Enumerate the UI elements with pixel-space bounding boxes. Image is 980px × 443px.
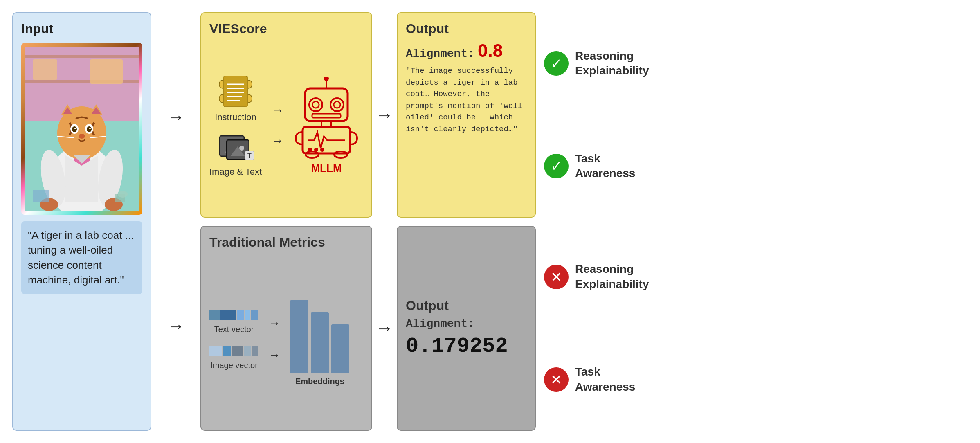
svg-point-46	[239, 146, 244, 151]
main-container: Input	[12, 12, 968, 431]
svg-rect-3	[25, 55, 139, 58]
tiger-image	[21, 43, 142, 215]
svg-rect-29	[33, 190, 49, 202]
features-top: ✓ ReasoningExplainability ✓ TaskAwarenes…	[536, 12, 691, 218]
top-row: VIEScore	[200, 12, 968, 218]
viescore-content: Instruction	[209, 43, 363, 209]
traditional-title: Traditional Metrics	[209, 235, 363, 250]
arrow-to-output-traditional: →	[372, 226, 397, 431]
scroll-icon	[219, 74, 252, 109]
input-panel: Input	[12, 12, 151, 431]
output-traditional-box: Output Alignment: 0.179252	[397, 226, 536, 431]
svg-rect-64	[209, 310, 220, 320]
svg-point-50	[324, 77, 329, 81]
bar-1	[290, 300, 308, 373]
svg-rect-56	[312, 114, 341, 118]
features-bottom: ✕ ReasoningExplainability ✕ TaskAwarenes…	[536, 226, 691, 431]
traditional-box: Traditional Metrics	[200, 226, 372, 431]
svg-point-62	[306, 151, 319, 158]
trad-arrows: → →	[267, 316, 282, 362]
svg-rect-68	[251, 310, 258, 320]
output-viescore-box: Output Alignment: 0.8 "The image success…	[397, 12, 536, 218]
task-awareness-yes: ✓ TaskAwareness	[544, 151, 683, 181]
alignment-row: Alignment: 0.8	[406, 40, 527, 61]
svg-point-52	[309, 98, 322, 111]
image-text-icon-group: T Image & Text	[209, 133, 262, 177]
svg-rect-69	[209, 346, 222, 356]
image-text-label: Image & Text	[209, 166, 262, 177]
task-awareness-label-bottom: TaskAwareness	[575, 364, 635, 394]
x-icon-task: ✕	[544, 367, 569, 392]
arrow-to-output-viescore: →	[372, 12, 397, 218]
align-label-trad: Alignment:	[406, 317, 474, 330]
bar-2	[311, 312, 329, 373]
svg-point-12	[72, 126, 77, 132]
instruction-icon-group: Instruction	[215, 74, 256, 123]
svg-text:T: T	[247, 152, 252, 159]
center-section: VIEScore	[200, 12, 968, 431]
image-text-icon: T	[216, 133, 255, 163]
bars-container	[290, 292, 349, 373]
viescore-inputs: Instruction	[209, 74, 262, 177]
alignment-trad-label: Alignment:	[406, 317, 527, 330]
robot-container: MLLM	[294, 77, 359, 175]
output-viescore-title: Output	[406, 21, 527, 36]
svg-point-14	[74, 128, 76, 129]
bar-3	[331, 324, 349, 373]
svg-rect-6	[33, 59, 57, 80]
main-arrow-col: → →	[160, 12, 192, 431]
text-vector-group: Text vector	[209, 308, 258, 334]
svg-point-31	[118, 191, 128, 198]
image-vector-label: Image vector	[210, 361, 258, 370]
tiger-illustration	[25, 47, 139, 211]
svg-point-53	[312, 101, 319, 108]
svg-rect-72	[244, 346, 251, 356]
svg-point-63	[334, 151, 347, 158]
text-vector-label: Text vector	[214, 325, 254, 334]
arrow-to-mllm-top: →	[272, 103, 284, 117]
instruction-label: Instruction	[215, 112, 256, 123]
check-icon-task: ✓	[544, 154, 569, 178]
text-vector-icon	[209, 308, 258, 322]
svg-rect-65	[220, 310, 236, 320]
svg-point-61	[320, 148, 324, 152]
svg-rect-67	[245, 310, 250, 320]
mllm-robot-icon	[294, 77, 359, 159]
arrow-to-embed-bot: →	[268, 348, 281, 362]
vector-inputs: Text vector Image vector	[209, 308, 258, 370]
image-vector-group: Image vector	[209, 344, 258, 370]
caption-text: "A tiger in a lab coat ... tuning a well…	[28, 229, 134, 286]
input-title: Input	[21, 21, 142, 36]
reasoning-explainability-yes: ✓ ReasoningExplainability	[544, 49, 683, 79]
embeddings-label: Embeddings	[295, 377, 344, 386]
top-main-arrow: →	[164, 107, 188, 127]
arrow-to-mllm-bot: →	[272, 134, 284, 148]
svg-point-16	[79, 134, 85, 139]
bottom-main-arrow: →	[164, 316, 188, 336]
svg-rect-5	[90, 59, 123, 84]
viescore-box: VIEScore	[200, 12, 372, 218]
viescore-arrows: → →	[270, 103, 285, 148]
bottom-row: Traditional Metrics	[200, 226, 968, 431]
arrow-to-embed-top: →	[268, 316, 281, 330]
svg-rect-71	[232, 346, 243, 356]
task-awareness-no: ✕ TaskAwareness	[544, 364, 683, 394]
reasoning-explainability-label-bottom: ReasoningExplainability	[575, 262, 649, 292]
svg-rect-70	[223, 346, 231, 356]
output-traditional-title: Output	[406, 298, 527, 313]
alignment-value-viescore: 0.8	[478, 40, 503, 61]
svg-point-15	[89, 128, 91, 129]
reasoning-explainability-no: ✕ ReasoningExplainability	[544, 262, 683, 292]
x-icon-reasoning: ✕	[544, 265, 569, 289]
reasoning-explainability-label: ReasoningExplainability	[575, 49, 649, 79]
svg-rect-73	[252, 346, 258, 356]
embeddings-chart: Embeddings	[290, 292, 349, 386]
image-vector-icon	[209, 344, 258, 358]
svg-rect-66	[237, 310, 244, 320]
mllm-label: MLLM	[311, 162, 342, 175]
alignment-label-viescore: Alignment:	[406, 47, 474, 60]
svg-rect-32	[223, 76, 248, 107]
alignment-value-traditional: 0.179252	[406, 334, 527, 358]
output-viescore-text: "The image successfully depicts a tiger …	[406, 65, 527, 135]
svg-point-54	[330, 98, 344, 111]
